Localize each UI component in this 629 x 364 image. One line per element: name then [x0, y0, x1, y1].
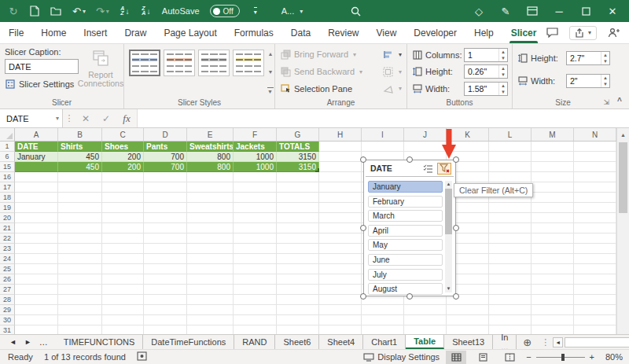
- cell-M23[interactable]: [532, 244, 574, 254]
- cell-D29[interactable]: [144, 305, 187, 315]
- cell-B6[interactable]: 450: [58, 152, 102, 162]
- cell-K30[interactable]: [447, 315, 489, 325]
- cell-H22[interactable]: [319, 233, 362, 244]
- sheet-nav-right-icon[interactable]: ►: [24, 338, 31, 346]
- cell-E6[interactable]: 800: [187, 152, 234, 162]
- normal-view-button[interactable]: [446, 351, 466, 364]
- column-header-D[interactable]: D: [144, 128, 187, 141]
- row-header-26[interactable]: 26: [0, 274, 15, 285]
- selection-handle[interactable]: [406, 156, 413, 163]
- cell-M25[interactable]: [532, 264, 574, 274]
- cell-N17[interactable]: [574, 182, 616, 193]
- cell-B20[interactable]: [58, 213, 102, 223]
- cell-H23[interactable]: [319, 244, 362, 254]
- cell-E21[interactable]: [187, 223, 234, 233]
- row-header-17[interactable]: 17: [0, 182, 15, 193]
- row-header-20[interactable]: 20: [0, 213, 15, 223]
- formula-bar-handle-icon[interactable]: ⋮: [63, 109, 75, 127]
- cell-H18[interactable]: [319, 193, 362, 203]
- cell-L21[interactable]: [489, 223, 532, 233]
- cell-B21[interactable]: [58, 223, 102, 233]
- sheet-tab-rand[interactable]: RAND: [234, 335, 275, 349]
- cell-C28[interactable]: [102, 295, 144, 305]
- zoom-out-button[interactable]: −: [526, 352, 531, 362]
- new-sheet-button[interactable]: ⊕: [517, 335, 538, 349]
- minimize-button[interactable]: ─: [554, 4, 565, 18]
- cell-C6[interactable]: 200: [102, 152, 144, 162]
- cell-F1[interactable]: Jackets: [234, 142, 277, 152]
- cell-M17[interactable]: [532, 182, 574, 193]
- slicer-scroll-thumb[interactable]: [445, 189, 452, 234]
- scroll-up-icon[interactable]: ▲: [617, 128, 629, 141]
- cell-A27[interactable]: [15, 285, 58, 295]
- sheet-nav-left-icon[interactable]: ◄: [9, 338, 17, 346]
- column-header-A[interactable]: A: [15, 128, 58, 141]
- cell-H26[interactable]: [319, 274, 362, 285]
- selection-handle[interactable]: [360, 293, 366, 300]
- sort-az-button[interactable]: AZ ↓: [120, 4, 131, 18]
- page-break-preview-button[interactable]: [499, 351, 520, 364]
- comments-icon[interactable]: [546, 28, 558, 38]
- slicer-style-thumb[interactable]: [164, 50, 195, 76]
- name-box[interactable]: DATE ▾: [0, 109, 63, 127]
- cell-E22[interactable]: [187, 233, 234, 244]
- cell-I31[interactable]: [362, 325, 404, 334]
- cell-C18[interactable]: [102, 193, 144, 203]
- cell-G19[interactable]: [277, 203, 319, 213]
- cell-D16[interactable]: [144, 172, 187, 182]
- cell-F27[interactable]: [234, 285, 277, 295]
- slicer-caption-input[interactable]: [5, 59, 79, 74]
- cell-H17[interactable]: [319, 182, 362, 193]
- hscroll-track[interactable]: [565, 337, 629, 347]
- vertical-scroll-thumb[interactable]: [619, 142, 627, 213]
- cell-A28[interactable]: [15, 295, 58, 305]
- cell-L1[interactable]: [489, 142, 532, 152]
- cell-N29[interactable]: [574, 305, 616, 315]
- enter-icon[interactable]: ✓: [96, 109, 116, 127]
- cell-D17[interactable]: [144, 182, 187, 193]
- cell-D28[interactable]: [144, 295, 187, 305]
- cell-M29[interactable]: [532, 305, 574, 315]
- sort-za-button[interactable]: ZA ↓: [141, 4, 152, 18]
- slicer-scrollbar[interactable]: ▲ ▼: [445, 181, 452, 292]
- cell-D21[interactable]: [144, 223, 187, 233]
- cell-N24[interactable]: [574, 254, 616, 264]
- cell-B23[interactable]: [58, 244, 102, 254]
- cell-A25[interactable]: [15, 264, 58, 274]
- cell-M28[interactable]: [532, 295, 574, 305]
- cell-G1[interactable]: TOTALS: [277, 142, 319, 152]
- cell-E31[interactable]: [187, 325, 234, 334]
- ribbon-tab-data[interactable]: Data: [282, 22, 319, 43]
- cell-D24[interactable]: [144, 254, 187, 264]
- cell-N19[interactable]: [574, 203, 616, 213]
- name-box-dropdown-icon[interactable]: ▾: [56, 115, 59, 122]
- cell-A23[interactable]: [15, 244, 58, 254]
- cell-J30[interactable]: [404, 315, 447, 325]
- slicer-settings-button[interactable]: Slicer Settings: [5, 76, 79, 92]
- cell-B30[interactable]: [58, 315, 102, 325]
- cell-E27[interactable]: [187, 285, 234, 295]
- cell-M21[interactable]: [532, 223, 574, 233]
- cell-D23[interactable]: [144, 244, 187, 254]
- button-width-spin-arrows[interactable]: ▲▼: [498, 83, 507, 95]
- zoom-level[interactable]: 80%: [601, 352, 623, 362]
- ribbon-tab-review[interactable]: Review: [319, 22, 367, 43]
- button-height-spin-arrows[interactable]: ▲▼: [498, 65, 507, 78]
- selection-handle[interactable]: [406, 293, 413, 300]
- cell-B27[interactable]: [58, 285, 102, 295]
- gallery-down-icon[interactable]: ▼: [268, 69, 274, 75]
- formula-input[interactable]: [137, 109, 629, 127]
- cell-E23[interactable]: [187, 244, 234, 254]
- cell-G28[interactable]: [277, 295, 319, 305]
- column-header-N[interactable]: N: [574, 128, 616, 141]
- slicer-item-april[interactable]: April: [368, 225, 443, 237]
- row-header-28[interactable]: 28: [0, 295, 15, 305]
- cell-G22[interactable]: [277, 233, 319, 244]
- cell-B25[interactable]: [58, 264, 102, 274]
- selection-pane-button[interactable]: Selection Pane: [280, 81, 362, 96]
- cell-A17[interactable]: [15, 182, 58, 193]
- cell-M22[interactable]: [532, 233, 574, 244]
- cell-E1[interactable]: Sweatshirts: [187, 142, 234, 152]
- cell-G27[interactable]: [277, 285, 319, 295]
- row-header-19[interactable]: 19: [0, 203, 15, 213]
